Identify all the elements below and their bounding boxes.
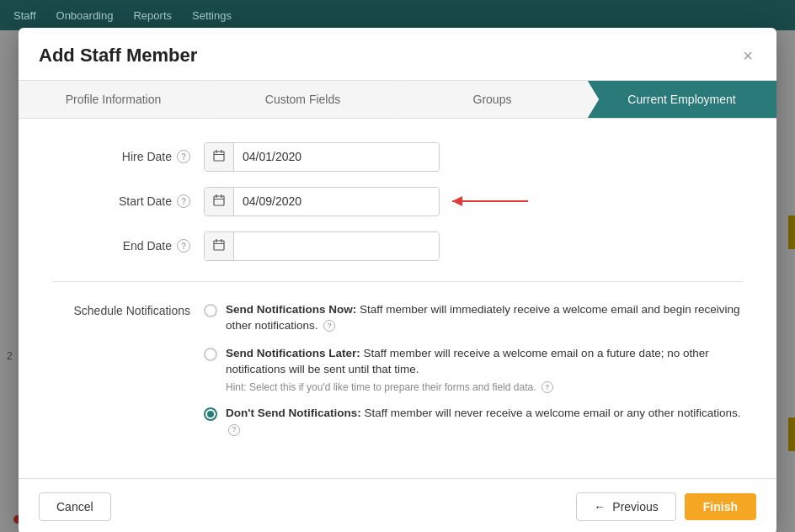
notify-later-radio[interactable] xyxy=(204,348,217,361)
notify-dont-description: Staff member will never receive a welcom… xyxy=(364,407,740,419)
notify-dont-bold: Don't Send Notifications: xyxy=(226,407,361,419)
notify-now-bold: Send Notifications Now: xyxy=(226,303,356,316)
schedule-label: Schedule Notifications xyxy=(52,302,204,438)
hire-date-label: Hire Date xyxy=(122,150,172,163)
notify-now-help-icon[interactable]: ? xyxy=(323,320,335,332)
calendar-icon xyxy=(213,150,225,162)
close-button[interactable]: × xyxy=(739,47,756,64)
modal-title: Add Staff Member xyxy=(39,45,197,66)
end-date-row: End Date ? xyxy=(52,231,743,261)
previous-button[interactable]: ← Previous xyxy=(576,492,675,521)
svg-rect-10 xyxy=(214,241,224,250)
start-date-help-icon[interactable]: ? xyxy=(177,194,190,208)
wizard-step-groups-label: Groups xyxy=(473,93,512,106)
end-date-label-container: End Date ? xyxy=(52,239,204,253)
arrow-left-icon: ← xyxy=(594,500,606,513)
svg-rect-4 xyxy=(214,196,224,205)
nav-settings[interactable]: Settings xyxy=(192,9,232,22)
nav-onboarding[interactable]: Onboarding xyxy=(56,9,114,22)
nav-reports[interactable]: Reports xyxy=(133,9,172,22)
start-date-input[interactable] xyxy=(234,188,439,215)
section-divider xyxy=(52,281,743,282)
end-date-input[interactable] xyxy=(234,232,439,259)
add-staff-modal: Add Staff Member × Profile Information C… xyxy=(19,28,776,532)
modal-overlay: Add Staff Member × Profile Information C… xyxy=(0,30,795,532)
finish-button[interactable]: Finish xyxy=(685,493,756,520)
nav-staff[interactable]: Staff xyxy=(13,9,36,22)
red-arrow-icon xyxy=(448,193,532,210)
hire-date-input[interactable] xyxy=(234,143,439,170)
wizard-step-custom[interactable]: Custom Fields xyxy=(208,81,398,118)
svg-rect-0 xyxy=(214,152,224,161)
cancel-button[interactable]: Cancel xyxy=(39,492,111,521)
background-content: 2 4 Form I-9s missing or rejected and la… xyxy=(0,30,795,532)
previous-button-label: Previous xyxy=(612,500,658,513)
notify-now-radio[interactable] xyxy=(204,304,217,317)
hire-date-help-icon[interactable]: ? xyxy=(177,150,190,163)
notify-later-hint: Hint: Select this if you'd like time to … xyxy=(226,380,743,395)
notify-later-help-icon[interactable]: ? xyxy=(542,381,553,393)
hire-date-label-container: Hire Date ? xyxy=(52,150,204,163)
wizard-step-groups[interactable]: Groups xyxy=(398,81,587,118)
hire-date-calendar-button[interactable] xyxy=(205,143,234,171)
footer-right-buttons: ← Previous Finish xyxy=(576,492,756,521)
wizard-step-profile-label: Profile Information xyxy=(66,93,162,106)
wizard-step-custom-label: Custom Fields xyxy=(265,93,340,106)
notify-now-text: Send Notifications Now: Staff member wil… xyxy=(226,302,743,334)
end-date-calendar-button[interactable] xyxy=(205,232,234,260)
modal-footer: Cancel ← Previous Finish xyxy=(19,478,776,532)
wizard-step-employment[interactable]: Current Employment xyxy=(587,81,776,118)
schedule-notifications-row: Schedule Notifications Send Notification… xyxy=(52,302,743,438)
notify-later-bold: Send Notifications Later: xyxy=(226,347,360,359)
end-date-help-icon[interactable]: ? xyxy=(177,239,190,253)
wizard-steps: Profile Information Custom Fields Groups… xyxy=(19,81,776,119)
calendar-icon xyxy=(213,239,225,251)
start-date-arrow-annotation xyxy=(448,193,532,210)
modal-body: Hire Date ? xyxy=(19,119,776,478)
hire-date-input-wrapper xyxy=(204,142,440,172)
end-date-label: End Date xyxy=(123,239,172,253)
notify-later-option[interactable]: Send Notifications Later: Staff member w… xyxy=(204,346,743,395)
start-date-calendar-button[interactable] xyxy=(205,188,234,215)
notify-dont-radio[interactable] xyxy=(204,407,217,421)
notification-options: Send Notifications Now: Staff member wil… xyxy=(204,302,743,438)
notify-later-text: Send Notifications Later: Staff member w… xyxy=(226,346,743,395)
notify-dont-text: Don't Send Notifications: Staff member w… xyxy=(226,406,743,438)
notify-now-option[interactable]: Send Notifications Now: Staff member wil… xyxy=(204,302,743,334)
modal-header: Add Staff Member × xyxy=(19,28,776,81)
end-date-input-wrapper xyxy=(204,231,440,261)
wizard-step-employment-label: Current Employment xyxy=(627,93,735,106)
calendar-icon xyxy=(213,194,225,206)
start-date-label: Start Date xyxy=(119,194,172,208)
start-date-row: Start Date ? xyxy=(52,187,743,216)
start-date-input-wrapper xyxy=(204,187,440,216)
background-nav: Staff Onboarding Reports Settings xyxy=(0,0,795,30)
notify-dont-help-icon[interactable]: ? xyxy=(228,424,240,436)
start-date-label-container: Start Date ? xyxy=(52,194,204,208)
notify-dont-option[interactable]: Don't Send Notifications: Staff member w… xyxy=(204,406,743,438)
hire-date-row: Hire Date ? xyxy=(52,142,743,172)
wizard-step-profile[interactable]: Profile Information xyxy=(19,81,208,118)
